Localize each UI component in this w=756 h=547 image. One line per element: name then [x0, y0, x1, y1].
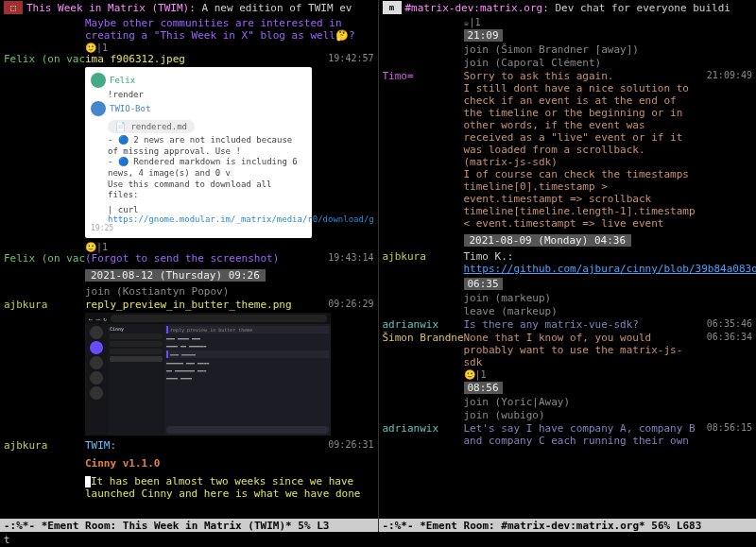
card-line: - 🔵 Rendered markdown is including 6 new…: [108, 157, 306, 179]
modeline-right: -:%*- *Ement Room: #matrix-dev:matrix.or…: [379, 519, 757, 532]
message-body: (Forgot to send the screenshot): [85, 252, 319, 265]
card-sender: Felix: [110, 76, 135, 85]
join-event: join (markeup): [383, 292, 753, 304]
image-preview-dark[interactable]: ⟵⟶↻ Cinny reply preview in butter theme …: [85, 313, 331, 436]
sender: ajbkura: [383, 250, 464, 263]
card-line: Use this command to download all files:: [108, 179, 306, 201]
card-command: !render: [108, 90, 306, 99]
card-line: - 🔵 2 news are not included because of m…: [108, 135, 306, 157]
message-body: TWIM:: [85, 439, 319, 452]
message-body[interactable]: ima f906312.jpeg: [85, 53, 319, 65]
message-body: Maybe other communities are interested i…: [85, 17, 374, 42]
avatar-icon: [91, 101, 106, 116]
message-body[interactable]: reply_preview_in_butter_theme.png: [85, 299, 319, 311]
message-body: None that I know of, you would probably …: [464, 332, 698, 368]
topbar-left: ⬚ This Week in Matrix (TWIM) : A new edi…: [0, 0, 378, 15]
time-divider: 06:35: [464, 278, 503, 290]
sender: adrianwix: [383, 422, 464, 435]
timestamp: 06:36:34: [697, 332, 752, 342]
url-link[interactable]: https://gnome.modular.im/_matrix/media/r…: [108, 214, 374, 224]
timestamp: 08:56:15: [697, 422, 752, 433]
sender: Felix (on vaca: [4, 53, 85, 65]
topbar-right: m #matrix-dev:matrix.org : Dev chat for …: [379, 0, 757, 15]
message-body: Timo K.: https://github.com/ajbura/cinny…: [464, 250, 757, 275]
room-topic: : A new edition of TWIM ev: [189, 2, 352, 14]
message-body: Sorry to ask this again. I still dont ha…: [464, 70, 698, 230]
pane-left: ⬚ This Week in Matrix (TWIM) : A new edi…: [0, 0, 379, 532]
sender: adrianwix: [383, 318, 464, 331]
timestamp: 21:09:49: [697, 70, 752, 80]
reaction[interactable]: 🙂|1: [85, 43, 374, 53]
card-command: | curl https://gnome.modular.im/_matrix/…: [108, 205, 306, 224]
room-name: This Week in Matrix (TWIM): [26, 2, 189, 14]
minibuffer-text: t: [4, 534, 10, 546]
timestamp: 09:26:29: [319, 299, 374, 309]
sender: ajbkura: [4, 439, 85, 452]
minibuffer[interactable]: t: [0, 532, 756, 547]
join-event: join (wubigo): [383, 409, 753, 421]
join-event: join (Šimon Brandner [away]): [383, 43, 753, 56]
card-sender: TWIO-Bot: [110, 104, 150, 113]
room-avatar-icon: m: [383, 1, 402, 14]
sender: Šimon Brandner: [383, 332, 464, 344]
timestamp: 06:35:46: [697, 318, 752, 329]
time-divider: 08:56: [464, 382, 503, 394]
timestamp: 09:26:31: [319, 439, 374, 450]
modeline-left: -:%*- *Ement Room: This Week in Matrix (…: [0, 519, 378, 532]
room-topic: : Dev chat for everyone buildi: [542, 2, 730, 14]
pane-right: m #matrix-dev:matrix.org : Dev chat for …: [379, 0, 757, 532]
sender: ajbkura: [4, 299, 85, 311]
timestamp: 19:43:14: [319, 252, 374, 263]
sender: Felix (on vaca: [4, 252, 85, 265]
join-event: join (Caporal Clément): [383, 57, 753, 69]
reaction[interactable]: 🙂|1: [464, 369, 753, 380]
message-scroll-right[interactable]: ☕|1 21:09 join (Šimon Brandner [away]) j…: [379, 15, 757, 532]
room-name: #matrix-dev:matrix.org: [405, 2, 543, 14]
leave-event: leave (markeup): [383, 305, 753, 317]
message-body: Is there any matrix-vue-sdk?: [464, 318, 698, 331]
avatar-icon: [91, 73, 106, 88]
card-ts: 19:25: [91, 224, 306, 232]
reaction[interactable]: ☕|1: [464, 17, 753, 27]
message-scroll-left[interactable]: Maybe other communities are interested i…: [0, 15, 378, 532]
date-divider: 2021-08-12 (Thursday) 09:26: [85, 269, 266, 282]
timestamp: 19:42:57: [319, 53, 374, 63]
date-divider: 2021-08-09 (Monday) 04:36: [464, 234, 632, 247]
heading: Cinny v1.1.0: [85, 457, 374, 470]
attachment-bubble[interactable]: 📄 rendered.md: [108, 120, 195, 133]
time-divider: 21:09: [464, 29, 503, 42]
url-link[interactable]: https://github.com/ajbura/cinny/blob/39b…: [464, 263, 757, 275]
join-event: join (Yoric|Away): [383, 396, 753, 408]
modeline-text: -:%*- *Ement Room: #matrix-dev:matrix.or…: [383, 520, 702, 532]
join-event: join (Kostiantyn Popov): [4, 285, 374, 298]
sender: Timo=: [383, 70, 464, 82]
message-body: Let's say I have company A, company B an…: [464, 422, 698, 447]
message-body: It has been almost two weeks since we ha…: [85, 475, 374, 500]
image-preview-card[interactable]: Felix !render TWIO-Bot 📄 rendered.md - 🔵…: [85, 67, 312, 238]
room-avatar-icon: ⬚: [4, 1, 23, 14]
reaction[interactable]: 🙂|1: [85, 242, 374, 252]
modeline-text: -:%*- *Ement Room: This Week in Matrix (…: [4, 520, 329, 532]
